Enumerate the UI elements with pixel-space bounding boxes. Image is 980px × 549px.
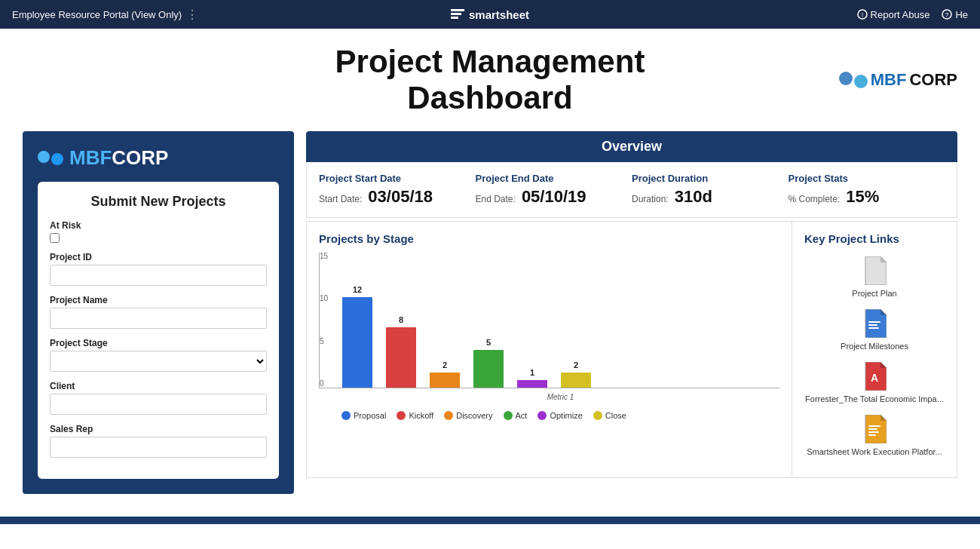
project-stats-label: Project Stats [789,173,945,184]
document-icon-0 [862,256,887,285]
report-abuse-link[interactable]: ! Report Abuse [857,9,930,20]
bar-group-proposal: 12 [342,297,372,388]
main-content: Project Management Dashboard MBFCORP [0,29,980,509]
start-date-sublabel: Start Date: [319,194,362,204]
links-title: Key Project Links [804,232,945,245]
logo-wave-2 [51,153,63,165]
legend-label-discovery: Discovery [456,411,492,420]
brand-name: smartsheet [469,8,529,21]
at-risk-checkbox-group [50,233,267,243]
svg-rect-13 [868,431,879,433]
project-stage-select[interactable]: Proposal Kickoff Discovery Act Optimize … [50,351,267,372]
end-date-stat: Project End Date End Date: 05/10/19 [476,173,632,207]
legend-item-act: Act [504,411,528,420]
legend-dot-kickoff [397,411,406,420]
link-item-0[interactable]: Project Plan [804,256,945,298]
svg-text:!: ! [861,11,863,19]
portal-name: Employee Resource Portal (View Only) [12,9,182,20]
link-label-3: Smartsheet Work Execution Platfor... [807,447,942,456]
content-row: Projects by Stage 15 10 5 0 1282512 [306,221,957,478]
links-area: Key Project Links Project Plan Project M [792,221,957,478]
duration-value: 310d [675,187,712,207]
client-input[interactable] [50,394,267,415]
link-icon-3 [861,414,888,444]
y-axis-labels: 15 10 5 0 [320,253,328,388]
bar-close: 2 [561,373,591,388]
sales-rep-group: Sales Rep [50,424,267,458]
help-link[interactable]: ? He [942,9,968,20]
legend-dot-close [593,411,602,420]
help-icon: ? [942,9,952,20]
project-name-group: Project Name [50,295,267,329]
legend-label-act: Act [516,411,528,420]
header-logo-corp: CORP [909,70,957,90]
svg-rect-14 [868,434,876,436]
bar-value-optimize: 1 [517,368,547,377]
dashboard-body: MBFCORP Submit New Projects At Risk Proj… [23,131,957,494]
header-mbf-logo: MBFCORP [839,70,957,90]
bar-discovery: 2 [430,373,460,388]
bar-kickoff: 8 [386,327,416,388]
right-panel: Overview Project Start Date Start Date: … [306,131,957,494]
bar-group-discovery: 2 [430,373,460,388]
svg-rect-7 [868,321,880,323]
left-panel: MBFCORP Submit New Projects At Risk Proj… [23,131,294,494]
document-icon-2: A [862,362,887,391]
project-stats-stat: Project Stats % Complete: 15% [789,173,945,207]
bar-value-kickoff: 8 [386,315,416,324]
dashboard-title: Project Management Dashboard [334,44,645,116]
start-date-label: Project Start Date [319,173,476,184]
legend-dot-optimize [537,411,547,420]
at-risk-group: At Risk [50,220,267,243]
legend-label-close: Close [605,411,626,420]
portal-menu-dots[interactable]: ⋮ [186,8,198,22]
form-title: Submit New Projects [50,194,267,210]
end-date-label: Project End Date [476,173,632,184]
links-container: Project Plan Project Milestones A Forres… [804,256,945,456]
bar-group-optimize: 1 [517,380,547,388]
client-group: Client [50,381,267,415]
legend-label-kickoff: Kickoff [409,411,433,420]
link-item-1[interactable]: Project Milestones [804,308,945,351]
wave-shape-2 [854,75,868,88]
bar-proposal: 12 [342,297,372,388]
project-name-input[interactable] [50,308,267,329]
svg-rect-1 [451,13,461,15]
start-date-stat: Project Start Date Start Date: 03/05/18 [319,173,476,207]
legend-item-discovery: Discovery [444,411,492,420]
legend-dot-act [504,411,513,420]
sales-rep-input[interactable] [50,437,267,458]
bar-chart: 15 10 5 0 1282512 [319,253,779,388]
link-label-0: Project Plan [852,289,896,298]
header-logo-mbf: MBF [871,70,907,90]
svg-rect-9 [868,327,879,329]
svg-rect-12 [868,428,877,430]
duration-sublabel: Duration: [632,194,669,204]
document-icon-1 [862,309,887,338]
chart-legend: ProposalKickoffDiscoveryActOptimizeClose [319,411,779,420]
topbar: Employee Resource Portal (View Only) ⋮ s… [0,0,980,29]
legend-dot-discovery [444,411,453,420]
legend-label-optimize: Optimize [550,411,582,420]
link-icon-1 [861,308,888,339]
project-id-input[interactable] [50,265,267,286]
bar-value-discovery: 2 [430,360,460,370]
at-risk-checkbox[interactable] [50,233,60,243]
bar-value-close: 2 [561,360,591,370]
link-item-2[interactable]: A Forrester_The Total Economic Impa... [804,361,945,403]
legend-label-proposal: Proposal [354,411,386,420]
svg-text:?: ? [945,11,949,19]
legend-dot-proposal [341,411,351,420]
topbar-right: ! Report Abuse ? He [649,9,968,20]
bar-chart-wrapper: 15 10 5 0 1282512 Metric 1 [319,253,779,403]
logo-mbf-text: MBF [69,146,112,169]
left-panel-logo: MBFCORP [38,146,279,170]
wave-shape-1 [839,72,853,85]
bottom-bar [0,517,980,524]
chart-title: Projects by Stage [319,232,779,245]
link-item-3[interactable]: Smartsheet Work Execution Platfor... [804,414,945,456]
project-stage-group: Project Stage Proposal Kickoff Discovery… [50,338,267,372]
svg-rect-0 [451,9,464,11]
svg-rect-8 [868,324,877,326]
duration-label: Project Duration [632,173,789,184]
